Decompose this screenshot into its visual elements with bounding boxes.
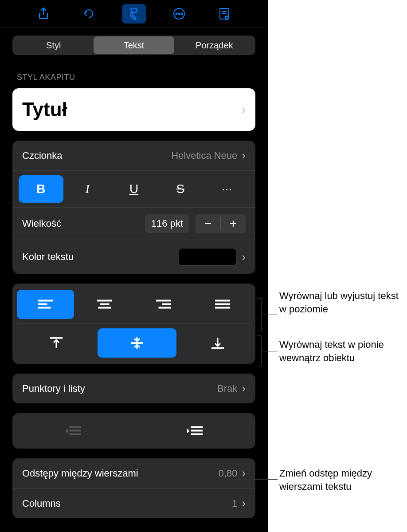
paragraph-style-selector[interactable]: Tytuł › xyxy=(12,88,255,131)
tab-arrange[interactable]: Porządek xyxy=(174,36,254,54)
color-swatch[interactable] xyxy=(179,248,236,266)
columns-row[interactable]: Columns 1 › xyxy=(12,489,255,518)
svg-rect-27 xyxy=(191,433,203,435)
vertical-align-row xyxy=(17,326,251,360)
align-center-button[interactable] xyxy=(76,290,133,319)
font-card: Czcionka Helvetica Neue › B I U S ··· Wi… xyxy=(12,141,255,274)
format-tabs: Styl Tekst Porządek xyxy=(12,35,255,55)
size-decrease-button[interactable]: − xyxy=(196,214,220,233)
share-button[interactable] xyxy=(31,4,55,24)
underline-button[interactable]: U xyxy=(112,175,157,203)
svg-rect-18 xyxy=(215,307,230,308)
size-row: Wielkość 116 pkt − + xyxy=(12,208,255,240)
svg-rect-10 xyxy=(97,300,112,301)
columns-value: 1 xyxy=(232,498,242,509)
strikethrough-button[interactable]: S xyxy=(158,175,203,203)
line-spacing-value: 0,80 xyxy=(219,468,242,479)
chevron-right-icon: › xyxy=(242,103,246,117)
spacing-card: Odstępy między wierszami 0,80 › Columns … xyxy=(12,458,255,518)
svg-rect-13 xyxy=(156,300,171,301)
svg-rect-20 xyxy=(131,343,143,344)
callouts-layer: Wyrównaj lub wyjustuj tekst w poziomie W… xyxy=(268,0,407,532)
font-row[interactable]: Czcionka Helvetica Neue › xyxy=(12,141,255,171)
svg-rect-7 xyxy=(38,300,53,301)
format-button[interactable] xyxy=(122,4,146,24)
svg-rect-9 xyxy=(38,307,51,308)
tab-style[interactable]: Styl xyxy=(13,36,94,54)
svg-rect-23 xyxy=(70,430,81,431)
callout-line xyxy=(262,315,278,315)
svg-point-6 xyxy=(226,17,228,19)
format-panel: Styl Tekst Porządek STYL AKAPITU Tytuł ›… xyxy=(0,0,268,532)
italic-button[interactable]: I xyxy=(65,175,110,203)
text-color-row[interactable]: Kolor tekstu › xyxy=(12,240,255,274)
svg-rect-14 xyxy=(162,303,171,305)
align-right-button[interactable] xyxy=(135,290,192,319)
top-toolbar xyxy=(0,0,268,28)
bold-button[interactable]: B xyxy=(19,175,63,203)
svg-rect-15 xyxy=(159,307,171,308)
size-field[interactable]: 116 pkt xyxy=(145,214,189,233)
svg-point-3 xyxy=(181,13,183,14)
svg-rect-26 xyxy=(191,430,203,431)
svg-rect-25 xyxy=(191,426,203,428)
columns-label: Columns xyxy=(22,498,232,509)
valign-middle-button[interactable] xyxy=(98,328,176,358)
svg-rect-22 xyxy=(70,426,81,428)
paragraph-style-value: Tytuł xyxy=(22,99,242,121)
svg-rect-16 xyxy=(215,300,230,301)
callout-valign: Wyrównaj tekst w pionie wewnątrz obiektu xyxy=(279,338,407,364)
font-style-row: B I U S ··· xyxy=(12,171,255,208)
bullets-value: Brak xyxy=(217,383,242,394)
svg-rect-8 xyxy=(38,303,47,305)
svg-point-2 xyxy=(179,13,180,14)
chevron-right-icon: › xyxy=(242,382,246,395)
valign-top-button[interactable] xyxy=(17,328,96,358)
bullets-row[interactable]: Punktory i listy Brak › xyxy=(12,374,255,403)
svg-rect-17 xyxy=(215,303,230,305)
undo-button[interactable] xyxy=(77,4,101,24)
chevron-right-icon: › xyxy=(242,250,246,264)
bracket xyxy=(257,335,262,366)
more-button[interactable] xyxy=(167,4,191,24)
line-spacing-label: Odstępy między wierszami xyxy=(22,468,219,479)
callout-spacing: Zmień odstęp między wierszami tekstu xyxy=(279,467,407,493)
more-styles-button[interactable]: ··· xyxy=(204,175,249,203)
callout-halign: Wyrównaj lub wyjustuj tekst w poziomie xyxy=(279,289,407,315)
svg-rect-11 xyxy=(100,303,109,305)
horizontal-align-row xyxy=(17,287,251,324)
align-left-button[interactable] xyxy=(17,290,74,319)
callout-line xyxy=(228,479,278,480)
bullets-label: Punktory i listy xyxy=(22,383,217,394)
svg-point-1 xyxy=(176,13,177,14)
bracket xyxy=(257,298,262,331)
align-justify-button[interactable] xyxy=(194,290,251,319)
svg-rect-19 xyxy=(50,337,63,339)
line-spacing-row[interactable]: Odstępy między wierszami 0,80 › xyxy=(12,458,255,489)
chevron-right-icon: › xyxy=(242,497,246,510)
size-label: Wielkość xyxy=(22,218,139,229)
alignment-card xyxy=(12,284,255,364)
callout-line xyxy=(262,351,278,351)
tab-text[interactable]: Tekst xyxy=(94,36,174,54)
outdent-button[interactable] xyxy=(12,420,134,441)
font-value: Helvetica Neue xyxy=(171,150,242,162)
indent-button[interactable] xyxy=(134,420,255,441)
svg-rect-24 xyxy=(70,433,81,435)
indent-card xyxy=(12,413,255,449)
font-label: Czcionka xyxy=(22,150,171,162)
size-increase-button[interactable]: + xyxy=(221,214,246,233)
size-stepper: − + xyxy=(196,214,246,233)
chevron-right-icon: › xyxy=(242,466,246,480)
paragraph-style-label: STYL AKAPITU xyxy=(17,73,255,82)
text-color-label: Kolor tekstu xyxy=(22,251,179,263)
valign-bottom-button[interactable] xyxy=(178,328,255,358)
bullets-card: Punktory i listy Brak › xyxy=(12,374,255,403)
chevron-right-icon: › xyxy=(242,149,246,162)
reading-mode-button[interactable] xyxy=(212,4,236,24)
svg-rect-21 xyxy=(211,347,224,349)
svg-rect-12 xyxy=(98,307,111,308)
